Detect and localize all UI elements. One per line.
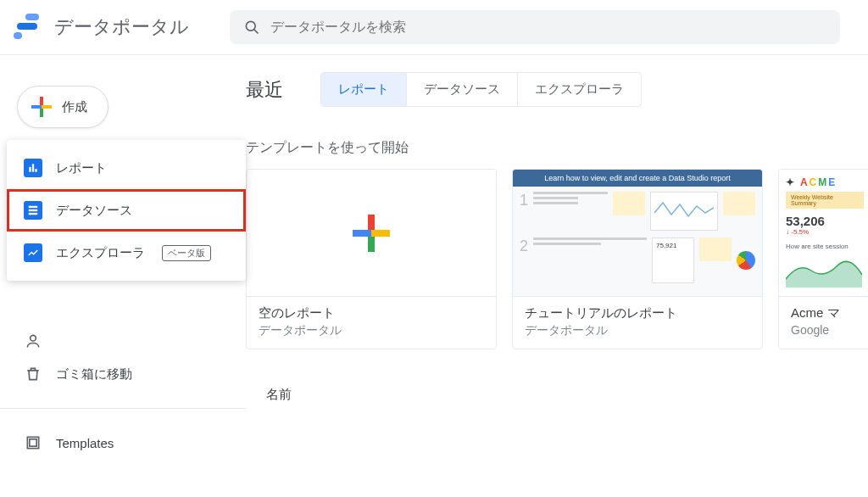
explorer-icon [24,243,42,262]
dropdown-report-label: レポート [56,160,107,176]
template-name: Acme マ [791,305,859,321]
svg-rect-2 [29,167,31,172]
template-name: 空のレポート [259,305,484,321]
app-title: データポータル [54,14,189,40]
report-icon [24,159,42,177]
tutorial-banner: Learn how to view, edit and create a Dat… [513,170,762,187]
acme-stat: 53,206 [786,214,864,228]
dropdown-item-report[interactable]: レポート [7,147,246,189]
data-portal-logo-icon [14,14,41,41]
svg-rect-5 [29,206,38,208]
template-source: データポータル [259,323,484,338]
sidebar: 作成 レポート データソース エクスプローラ ベータ版 [0,55,246,497]
content-tabs: レポート データソース エクスプローラ [320,72,642,107]
template-card-acme[interactable]: ✦ ACME Weekly Website Summary 53,206 ↓ -… [778,169,868,349]
template-gallery: 空のレポート データポータル Learn how to view, edit a… [246,169,848,349]
sidebar-item-templates[interactable]: Templates [0,422,246,463]
create-button[interactable]: 作成 [17,86,108,128]
templates-icon [24,433,42,452]
dropdown-item-explorer[interactable]: エクスプローラ ベータ版 [7,232,246,274]
create-dropdown: レポート データソース エクスプローラ ベータ版 [7,140,246,281]
templates-label: Templates [56,436,114,450]
data-source-icon [24,201,42,220]
template-name: チュートリアルのレポート [525,305,750,321]
svg-rect-4 [35,169,36,172]
template-card-tutorial[interactable]: Learn how to view, edit and create a Dat… [512,169,763,349]
main-content: 最近 レポート データソース エクスプローラ テンプレートを使って開始 空のレポ… [246,55,868,497]
plus-icon [353,215,390,252]
svg-rect-10 [30,439,36,446]
sidebar-item-owned-by-me[interactable] [0,332,246,354]
beta-badge: ベータ版 [162,245,211,261]
template-source: Google [791,323,859,337]
tab-data-source[interactable]: データソース [407,73,518,106]
create-label: 作成 [62,99,87,115]
plus-icon [31,97,52,117]
person-icon [24,332,42,350]
search-input[interactable] [270,20,826,35]
svg-rect-7 [29,213,38,215]
recent-title: 最近 [246,77,283,103]
template-card-blank[interactable]: 空のレポート データポータル [246,169,497,349]
svg-rect-6 [29,209,38,211]
template-source: データポータル [525,323,750,338]
acme-banner: Weekly Website Summary [786,192,864,209]
acme-logo: ✦ ACME [786,176,864,188]
acme-thumb: ✦ ACME Weekly Website Summary 53,206 ↓ -… [779,170,868,297]
sidebar-divider [0,408,246,409]
svg-point-0 [246,21,255,31]
acme-delta: ↓ -5.5% [786,228,864,236]
search-bar[interactable] [230,10,840,44]
blank-thumb [247,170,496,297]
search-icon [243,19,260,36]
dropdown-item-data-source[interactable]: データソース [7,189,246,232]
svg-rect-3 [32,164,34,171]
header: データポータル [0,0,868,55]
list-header-name: 名前 [246,387,848,403]
templates-heading: テンプレートを使って開始 [246,139,848,157]
svg-point-8 [31,335,36,341]
sidebar-item-trash[interactable]: ゴミ箱に移動 [0,354,246,394]
tab-explorer[interactable]: エクスプローラ [518,73,641,106]
acme-question: How are site session [786,243,864,250]
tutorial-thumb: Learn how to view, edit and create a Dat… [513,170,762,297]
trash-icon [24,365,42,383]
logo-area[interactable]: データポータル [14,14,189,41]
dropdown-explorer-label: エクスプローラ [56,245,145,261]
tab-report[interactable]: レポート [321,73,407,106]
dropdown-data-source-label: データソース [56,203,132,219]
trash-label: ゴミ箱に移動 [56,366,132,383]
svg-line-1 [254,30,259,34]
